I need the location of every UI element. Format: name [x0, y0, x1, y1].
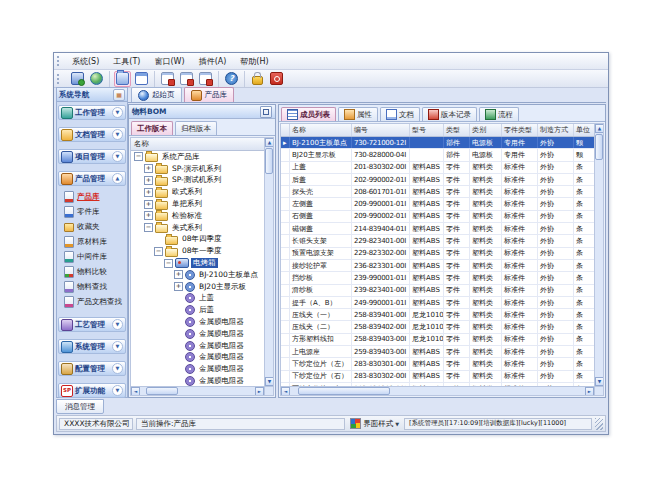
- toolbar-grip[interactable]: [57, 74, 61, 84]
- tree-row[interactable]: + 欧式系列: [131, 186, 264, 198]
- table-row[interactable]: 挡纱板 239-990001-01I 塑料ABS 零件 塑料类 标准件 外协 条: [281, 272, 594, 284]
- toolbar-button[interactable]: [133, 71, 150, 87]
- table-row[interactable]: 下纱定位片（右） 283-830302-00I 塑料ABS 零件 塑料类 标准件…: [281, 371, 594, 383]
- chevron-icon[interactable]: ▼: [112, 363, 123, 374]
- tree-row[interactable]: − 系统产品库: [131, 151, 264, 163]
- toolbar-button[interactable]: [159, 71, 176, 87]
- sidebar-section-header[interactable]: 项目管理 ▼: [58, 149, 126, 164]
- column-header[interactable]: 零件类型: [502, 124, 538, 136]
- detail-tab[interactable]: 文档: [380, 107, 420, 121]
- toolbar-button[interactable]: [88, 71, 105, 87]
- table-row[interactable]: 上盖 201-830302-00I 塑料ABS 零件 塑料类 标准件 外协 条: [281, 162, 594, 174]
- tree-expander-icon[interactable]: +: [144, 200, 153, 209]
- menu-item[interactable]: 系统(S): [65, 55, 106, 68]
- sidebar-item[interactable]: 零件库: [58, 204, 126, 219]
- document-tab[interactable]: 产品库: [184, 87, 235, 102]
- detail-tab[interactable]: 流程: [479, 107, 519, 121]
- sidebar-section-header[interactable]: 工艺管理 ▼: [58, 317, 126, 332]
- detail-tab[interactable]: 版本记录: [422, 107, 477, 121]
- tree-row[interactable]: 金属膜电阻器: [131, 352, 264, 364]
- sidebar-item[interactable]: 原材料库: [58, 234, 126, 249]
- column-header[interactable]: 型号: [410, 124, 444, 136]
- tree-column-header[interactable]: 名称: [131, 138, 264, 151]
- table-row[interactable]: 后盖 202-990002-01I 塑料ABS 零件 塑料类 标准件 外协 条: [281, 174, 594, 186]
- table-row[interactable]: 磁钢盖 214-839404-01I 塑料ABS 零件 塑料类 标准件 外协 条: [281, 223, 594, 235]
- menu-item[interactable]: 工具(T): [106, 55, 147, 68]
- sidebar-section-header[interactable]: 系统管理 ▼: [58, 339, 126, 354]
- tree-row[interactable]: 08年四季度: [131, 234, 264, 246]
- document-tab[interactable]: 起始页: [131, 87, 182, 102]
- tree-row[interactable]: 金属膜电阻器: [131, 340, 264, 352]
- tree-row[interactable]: 上盖: [131, 293, 264, 305]
- table-vertical-scrollbar[interactable]: ▲ ▼: [594, 124, 603, 386]
- chevron-icon[interactable]: ▲: [112, 173, 123, 184]
- version-tab[interactable]: 工作版本: [131, 121, 173, 135]
- tree-expander-icon[interactable]: +: [174, 282, 183, 291]
- toolbar-button[interactable]: [268, 71, 285, 87]
- menu-grip[interactable]: [57, 56, 61, 66]
- sidebar-item[interactable]: 产品库: [58, 189, 126, 204]
- chevron-icon[interactable]: ▼: [112, 341, 123, 352]
- scroll-down-icon[interactable]: ▼: [595, 377, 604, 386]
- table-row[interactable]: 下纱定位片（左） 283-830301-00I 塑料ABS 零件 塑料类 标准件…: [281, 358, 594, 370]
- tree-row[interactable]: 金属膜电阻器: [131, 316, 264, 328]
- sidebar-section-header[interactable]: 配置管理 ▼: [58, 361, 126, 376]
- tree-expander-icon[interactable]: +: [144, 164, 153, 173]
- sidebar-item[interactable]: 中间件库: [58, 249, 126, 264]
- tree-expander-icon[interactable]: +: [174, 270, 183, 279]
- sidebar-item[interactable]: 物料查找: [58, 279, 126, 294]
- tree-expander-icon[interactable]: +: [144, 188, 153, 197]
- scroll-right-icon[interactable]: ►: [585, 387, 594, 396]
- table-row[interactable]: 右侧盖 209-990002-01I 塑料ABS 零件 塑料类 标准件 外协 条: [281, 211, 594, 223]
- sidebar-item[interactable]: 收藏夹: [58, 219, 126, 234]
- scroll-left-icon[interactable]: ◄: [281, 387, 290, 396]
- table-row[interactable]: 接纱轮护罩 236-823301-00I 塑料ABS 零件 塑料类 标准件 外协…: [281, 260, 594, 272]
- detail-tab[interactable]: 成员列表: [281, 107, 336, 121]
- detail-tab[interactable]: 属性: [338, 107, 378, 121]
- sidebar-section-header[interactable]: 产品管理 ▲: [58, 171, 126, 186]
- table-row[interactable]: 探头壳 208-601701-01I 塑料ABS 零件 塑料类 标准件 外协 条: [281, 186, 594, 198]
- scroll-up-icon[interactable]: ▲: [265, 138, 274, 147]
- tree-row[interactable]: − 电烤箱: [131, 257, 264, 269]
- tree-row[interactable]: + SP-演示机系列: [131, 163, 264, 175]
- ui-style-selector[interactable]: 界面样式 ▼: [348, 418, 401, 429]
- menu-item[interactable]: 帮助(H): [233, 55, 275, 68]
- tree-row[interactable]: 金属膜电阻器: [131, 375, 264, 386]
- table-row[interactable]: 压线夹（一） 258-839401-00I 尼龙1010 零件 塑料类 标准件 …: [281, 309, 594, 321]
- scroll-down-icon[interactable]: ▼: [265, 377, 274, 386]
- chevron-icon[interactable]: ▼: [112, 129, 123, 140]
- toolbar-button[interactable]: [114, 71, 131, 87]
- toolbar-button[interactable]: [69, 71, 86, 87]
- tree-row[interactable]: + 单把系列: [131, 198, 264, 210]
- pin-icon[interactable]: [260, 106, 272, 118]
- tree-row[interactable]: + BJ20主显示板: [131, 281, 264, 293]
- chevron-icon[interactable]: ▼: [112, 107, 123, 118]
- toolbar-button[interactable]: [223, 71, 240, 87]
- scroll-thumb[interactable]: [146, 387, 178, 395]
- tree-row[interactable]: + 检验标准: [131, 210, 264, 222]
- message-manager-tab[interactable]: 消息管理: [56, 399, 104, 414]
- scroll-thumb[interactable]: [595, 134, 603, 160]
- tree-vertical-scrollbar[interactable]: ▲ ▼: [264, 138, 273, 386]
- toolbar-button[interactable]: [178, 71, 195, 87]
- chevron-icon[interactable]: ▼: [112, 151, 123, 162]
- column-header[interactable]: 名称: [290, 124, 352, 136]
- tree-expander-icon[interactable]: +: [144, 211, 153, 220]
- toolbar-button[interactable]: [249, 71, 266, 87]
- sidebar-menu-icon[interactable]: ▦: [113, 89, 125, 101]
- tree-row[interactable]: + SP-测试机系列: [131, 175, 264, 187]
- sidebar-item[interactable]: 物料比较: [58, 264, 126, 279]
- scroll-up-icon[interactable]: ▲: [595, 124, 604, 133]
- table-row[interactable]: BJ20主显示板 730-828000-04I 部件 电源板 专用件 外协 颗: [281, 149, 594, 161]
- column-header[interactable]: 编号: [352, 124, 410, 136]
- scroll-left-icon[interactable]: ◄: [131, 387, 140, 396]
- resize-grip[interactable]: [595, 418, 603, 430]
- table-row[interactable]: 长锥头支架 229-823401-00I 塑料ABS 零件 塑料类 标准件 外协…: [281, 235, 594, 247]
- sidebar-section-header[interactable]: 扩展功能 ▼: [58, 383, 126, 398]
- chevron-icon[interactable]: ▼: [112, 319, 123, 330]
- column-header[interactable]: 单位: [574, 124, 594, 136]
- tree-row[interactable]: − 美式系列: [131, 222, 264, 234]
- column-header[interactable]: 制造方式: [538, 124, 574, 136]
- scroll-right-icon[interactable]: ►: [255, 387, 264, 396]
- toolbar-button[interactable]: [197, 71, 214, 87]
